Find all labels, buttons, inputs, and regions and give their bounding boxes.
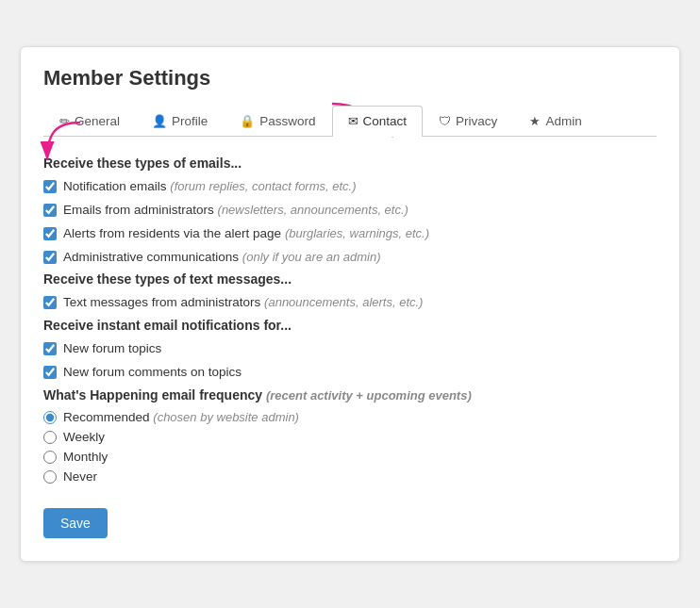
notif-checkbox[interactable] <box>43 180 57 193</box>
lock-icon: 🔒 <box>240 114 255 128</box>
radio-row-recommended: Recommended (chosen by website admin) <box>43 410 657 424</box>
radio-row-monthly: Monthly <box>43 450 657 464</box>
tab-password[interactable]: 🔒 Password <box>224 106 331 136</box>
alerts-label: Alerts from residents via the alert page… <box>63 225 429 243</box>
radio-never[interactable] <box>43 470 57 484</box>
forum-topics-label: New forum topics <box>63 340 161 358</box>
envelope-icon: ✉ <box>348 114 358 128</box>
frequency-section: What's Happening email frequency (recent… <box>43 387 657 484</box>
forum-topics-checkbox[interactable] <box>43 342 57 355</box>
tab-privacy[interactable]: 🛡 Privacy <box>423 106 513 136</box>
weekly-label: Weekly <box>63 430 105 444</box>
tabs-bar: ✏ General 👤 Profile 🔒 Password ✉ Contact… <box>43 106 657 137</box>
admin-emails-label: Emails from administrators (newsletters,… <box>63 202 408 220</box>
emails-section: Receive these types of emails... Notific… <box>43 156 657 267</box>
arrow-save <box>96 603 191 608</box>
forum-comments-checkbox[interactable] <box>43 366 57 379</box>
tab-profile[interactable]: 👤 Profile <box>136 106 224 136</box>
instant-header: Receive instant email notifications for.… <box>43 318 657 333</box>
never-label: Never <box>63 469 97 484</box>
instant-section: Receive instant email notifications for.… <box>43 318 657 382</box>
save-button[interactable]: Save <box>43 508 108 538</box>
radio-weekly[interactable] <box>43 431 57 444</box>
checkbox-row-text-admin: Text messages from administrators (annou… <box>43 294 657 312</box>
pencil-icon: ✏ <box>59 114 70 128</box>
checkbox-row-notif: Notification emails (forum replies, cont… <box>43 178 657 196</box>
checkbox-row-alerts: Alerts from residents via the alert page… <box>43 225 657 243</box>
checkbox-row-admin-emails: Emails from administrators (newsletters,… <box>43 202 657 220</box>
radio-recommended[interactable] <box>43 411 57 424</box>
admin-comms-label: Administrative communications (only if y… <box>63 249 381 267</box>
text-admin-checkbox[interactable] <box>43 296 57 309</box>
member-settings-card: Member Settings ✏ General 👤 Profile 🔒 Pa… <box>20 46 680 562</box>
star-icon: ★ <box>529 114 541 128</box>
radio-row-never: Never <box>43 469 657 484</box>
checkbox-row-forum-comments: New forum comments on topics <box>43 364 657 382</box>
texts-section: Receive these types of text messages... … <box>43 271 657 312</box>
emails-header: Receive these types of emails... <box>43 156 657 171</box>
text-admin-label: Text messages from administrators (annou… <box>63 294 423 312</box>
tab-admin[interactable]: ★ Admin <box>513 106 597 136</box>
radio-row-weekly: Weekly <box>43 430 657 444</box>
alerts-checkbox[interactable] <box>43 227 57 240</box>
recommended-label: Recommended (chosen by website admin) <box>63 410 299 424</box>
texts-header: Receive these types of text messages... <box>43 271 657 287</box>
radio-monthly[interactable] <box>43 451 57 464</box>
frequency-header: What's Happening email frequency (recent… <box>43 387 657 403</box>
page-title: Member Settings <box>43 66 657 90</box>
checkbox-row-forum-topics: New forum topics <box>43 340 657 358</box>
tab-general[interactable]: ✏ General <box>43 106 136 136</box>
checkbox-row-admin-comms: Administrative communications (only if y… <box>43 249 657 267</box>
notif-label: Notification emails (forum replies, cont… <box>63 178 357 196</box>
admin-emails-checkbox[interactable] <box>43 204 57 217</box>
shield-icon: 🛡 <box>439 114 451 128</box>
tab-contact[interactable]: ✉ Contact <box>332 106 424 137</box>
admin-comms-checkbox[interactable] <box>43 251 57 264</box>
monthly-label: Monthly <box>63 450 108 464</box>
forum-comments-label: New forum comments on topics <box>63 364 242 382</box>
user-icon: 👤 <box>152 114 167 128</box>
